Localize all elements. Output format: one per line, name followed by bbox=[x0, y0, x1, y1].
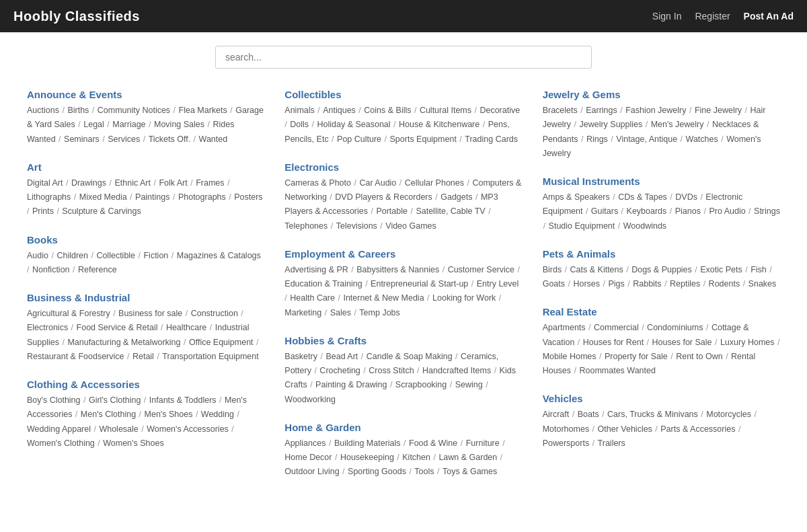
category-link[interactable]: Food & Wine bbox=[409, 439, 457, 448]
category-link[interactable]: Goats bbox=[543, 279, 565, 289]
category-link[interactable]: Cars, Trucks & Minivans bbox=[607, 410, 698, 419]
category-title-jewelry-gems[interactable]: Jewelry & Gems bbox=[543, 89, 780, 100]
category-link[interactable]: Furniture bbox=[466, 439, 500, 448]
category-link[interactable]: Cross Stitch bbox=[369, 366, 414, 375]
category-link[interactable]: Snakes bbox=[748, 279, 777, 289]
category-link[interactable]: Houses for Sale bbox=[652, 338, 712, 347]
category-link[interactable]: Horses bbox=[573, 279, 600, 289]
category-title-art[interactable]: Art bbox=[27, 161, 264, 173]
category-link[interactable]: Frames bbox=[196, 178, 224, 188]
category-link[interactable]: Property for Sale bbox=[605, 352, 668, 361]
category-link[interactable]: Business for sale bbox=[118, 309, 182, 318]
category-link[interactable]: Antiques bbox=[323, 106, 356, 115]
category-link[interactable]: Sales bbox=[330, 308, 351, 317]
category-link[interactable]: Rabbits bbox=[633, 279, 661, 289]
category-link[interactable]: Infants & Toddlers bbox=[149, 395, 217, 405]
category-link[interactable]: Manufacturing & Metalworking bbox=[67, 338, 180, 347]
category-link[interactable]: Customer Service bbox=[448, 265, 514, 274]
category-link[interactable]: Seminars bbox=[64, 135, 100, 144]
category-link[interactable]: Trailers bbox=[598, 439, 625, 448]
category-link[interactable]: Healthcare bbox=[166, 323, 206, 332]
category-link[interactable]: Dolls bbox=[290, 120, 309, 129]
category-link[interactable]: Office Equipment bbox=[189, 338, 254, 347]
category-title-vehicles[interactable]: Vehicles bbox=[543, 393, 780, 404]
category-link[interactable]: Televisions bbox=[336, 221, 377, 231]
category-link[interactable]: Holiday & Seasonal bbox=[317, 120, 391, 129]
category-link[interactable]: Audio bbox=[27, 251, 48, 260]
category-link[interactable]: Electronics bbox=[27, 323, 68, 332]
category-link[interactable]: Fine Jewelry bbox=[695, 106, 742, 115]
category-link[interactable]: Basketry bbox=[284, 352, 317, 361]
category-link[interactable]: Luxury Homes bbox=[720, 338, 775, 347]
category-link[interactable]: Guitars bbox=[591, 206, 618, 216]
category-link[interactable]: Studio Equipment bbox=[549, 221, 615, 231]
category-title-business-industrial[interactable]: Business & Industrial bbox=[27, 292, 264, 303]
category-link[interactable]: Services bbox=[108, 135, 140, 144]
category-link[interactable]: Looking for Work bbox=[432, 293, 496, 303]
category-link[interactable]: Cellular Phones bbox=[405, 178, 464, 188]
category-link[interactable]: Building Materials bbox=[334, 439, 401, 448]
category-link[interactable]: Tools bbox=[414, 467, 434, 476]
category-link[interactable]: Candle & Soap Making bbox=[367, 352, 453, 361]
post-ad-link[interactable]: Post An Ad bbox=[744, 11, 794, 22]
category-link[interactable]: Woodwinds bbox=[623, 221, 666, 231]
category-link[interactable]: Housekeeping bbox=[340, 453, 394, 462]
category-link[interactable]: Fashion Jewelry bbox=[625, 106, 686, 115]
category-link[interactable]: Nonfiction bbox=[32, 265, 70, 274]
category-link[interactable]: Moving Sales bbox=[154, 120, 204, 129]
category-link[interactable]: Wedding Apparel bbox=[27, 424, 91, 434]
category-link[interactable]: Internet & New Media bbox=[343, 293, 424, 303]
category-link[interactable]: Lawn & Garden bbox=[438, 453, 497, 462]
category-link[interactable]: Community Notices bbox=[98, 106, 170, 115]
category-link[interactable]: Sports Equipment bbox=[390, 135, 457, 144]
category-link[interactable]: Entrepreneurial & Start-up bbox=[371, 279, 468, 289]
category-link[interactable]: DVD Players & Recorders bbox=[335, 192, 432, 202]
category-link[interactable]: Births bbox=[67, 106, 89, 115]
category-title-collectibles[interactable]: Collectibles bbox=[284, 89, 522, 100]
category-link[interactable]: Advertising & PR bbox=[284, 265, 348, 274]
category-link[interactable]: Aircraft bbox=[543, 410, 570, 419]
signin-link[interactable]: Sign In bbox=[652, 11, 682, 22]
category-link[interactable]: Marketing bbox=[284, 308, 321, 317]
category-link[interactable]: Reptiles bbox=[670, 279, 700, 289]
category-link[interactable]: Satellite, Cable TV bbox=[416, 206, 485, 216]
category-link[interactable]: Commercial bbox=[594, 323, 639, 332]
category-link[interactable]: Woodworking bbox=[284, 395, 336, 404]
category-link[interactable]: Restaurant & Foodservice bbox=[27, 352, 124, 361]
category-link[interactable]: Parts & Accessories bbox=[660, 424, 735, 434]
category-link[interactable]: Flea Markets bbox=[179, 106, 227, 115]
category-link[interactable]: Other Vehicles bbox=[598, 424, 652, 434]
category-link[interactable]: Men's Clothing bbox=[81, 410, 136, 419]
category-link[interactable]: Drawings bbox=[71, 178, 106, 188]
category-link[interactable]: Legal bbox=[83, 120, 104, 129]
category-link[interactable]: Construction bbox=[191, 309, 238, 318]
category-link[interactable]: Rodents bbox=[709, 279, 740, 289]
category-link[interactable]: Paintings bbox=[135, 192, 169, 202]
category-link[interactable]: Gadgets bbox=[440, 192, 472, 202]
category-link[interactable]: Bead Art bbox=[325, 352, 358, 361]
category-link[interactable]: Cats & Kittens bbox=[570, 265, 623, 274]
category-link[interactable]: Apartments bbox=[543, 323, 586, 332]
category-link[interactable]: Magazines & Catalogs bbox=[177, 251, 261, 260]
category-title-hobbies-crafts[interactable]: Hobbies & Crafts bbox=[284, 335, 522, 346]
category-title-home-garden[interactable]: Home & Garden bbox=[284, 422, 522, 433]
category-link[interactable]: Boats bbox=[578, 410, 599, 419]
category-link[interactable]: Children bbox=[56, 251, 88, 260]
category-link[interactable]: Toys & Games bbox=[443, 467, 497, 476]
category-link[interactable]: Pigs bbox=[608, 279, 624, 289]
category-link[interactable]: Wanted bbox=[199, 135, 228, 144]
category-link[interactable]: Jewelry Supplies bbox=[579, 120, 642, 129]
category-link[interactable]: Wedding bbox=[201, 410, 234, 419]
category-link[interactable]: Digital Art bbox=[27, 178, 63, 188]
category-link[interactable]: Birds bbox=[543, 265, 562, 274]
category-link[interactable]: Retail bbox=[132, 352, 154, 361]
category-link[interactable]: Ethnic Art bbox=[114, 178, 151, 188]
category-title-clothing-accessories[interactable]: Clothing & Accessories bbox=[27, 379, 264, 390]
category-link[interactable]: Agricultural & Forestry bbox=[27, 309, 110, 318]
category-link[interactable]: Sewing bbox=[455, 380, 483, 389]
category-title-real-estate[interactable]: Real Estate bbox=[543, 306, 780, 317]
category-link[interactable]: Wholesale bbox=[99, 424, 138, 434]
category-link[interactable]: Education & Training bbox=[284, 279, 362, 289]
category-link[interactable]: Keyboards bbox=[627, 206, 667, 216]
category-link[interactable]: Mobile Homes bbox=[543, 352, 597, 361]
